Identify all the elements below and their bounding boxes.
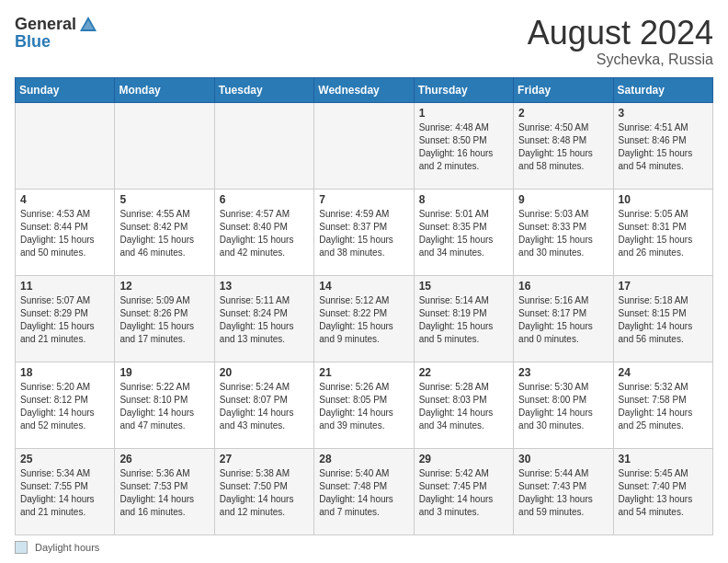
day-number: 4 [20,193,109,206]
day-info: Sunrise: 4:51 AM Sunset: 8:46 PM Dayligh… [619,121,708,173]
day-info: Sunrise: 5:26 AM Sunset: 8:05 PM Dayligh… [319,381,408,432]
calendar-cell: 23Sunrise: 5:30 AM Sunset: 8:00 PM Dayli… [514,362,613,448]
daylight-label: Daylight hours [35,542,99,553]
logo: General Blue [15,15,98,52]
day-info: Sunrise: 4:53 AM Sunset: 8:44 PM Dayligh… [20,208,109,259]
day-number: 31 [619,453,708,465]
day-number: 11 [20,280,109,293]
day-number: 15 [419,280,508,293]
day-number: 16 [518,280,608,293]
calendar-cell: 25Sunrise: 5:34 AM Sunset: 7:55 PM Dayli… [16,448,115,534]
day-number: 6 [220,193,309,206]
calendar-cell: 6Sunrise: 4:57 AM Sunset: 8:40 PM Daylig… [214,189,313,275]
calendar-week-row: 18Sunrise: 5:20 AM Sunset: 8:12 PM Dayli… [16,362,713,448]
day-of-week-header: Wednesday [314,77,414,102]
calendar-cell [314,102,414,189]
header: General Blue August 2024 Sychevka, Russi… [15,15,713,68]
day-info: Sunrise: 5:01 AM Sunset: 8:35 PM Dayligh… [419,208,508,259]
calendar-cell: 19Sunrise: 5:22 AM Sunset: 8:10 PM Dayli… [115,362,214,448]
day-of-week-header: Tuesday [214,77,313,102]
day-number: 2 [518,107,608,120]
calendar-cell: 18Sunrise: 5:20 AM Sunset: 8:12 PM Dayli… [16,362,115,448]
day-info: Sunrise: 5:03 AM Sunset: 8:33 PM Dayligh… [518,208,608,259]
logo-icon [78,15,98,35]
calendar-cell: 17Sunrise: 5:18 AM Sunset: 8:15 PM Dayli… [613,275,712,362]
day-info: Sunrise: 4:55 AM Sunset: 8:42 PM Dayligh… [119,208,209,259]
footer: Daylight hours [15,541,713,554]
day-info: Sunrise: 5:40 AM Sunset: 7:48 PM Dayligh… [319,467,408,519]
day-info: Sunrise: 5:16 AM Sunset: 8:17 PM Dayligh… [518,294,608,346]
day-info: Sunrise: 5:42 AM Sunset: 7:45 PM Dayligh… [419,467,508,519]
calendar-week-row: 1Sunrise: 4:48 AM Sunset: 8:50 PM Daylig… [16,102,713,189]
calendar-cell: 14Sunrise: 5:12 AM Sunset: 8:22 PM Dayli… [314,275,414,362]
day-info: Sunrise: 5:45 AM Sunset: 7:40 PM Dayligh… [619,467,708,519]
day-of-week-header: Friday [514,77,613,102]
day-of-week-header: Saturday [613,77,712,102]
day-of-week-header: Sunday [16,77,115,102]
day-info: Sunrise: 5:20 AM Sunset: 8:12 PM Dayligh… [20,381,109,432]
calendar-week-row: 25Sunrise: 5:34 AM Sunset: 7:55 PM Dayli… [16,448,713,534]
calendar-cell: 26Sunrise: 5:36 AM Sunset: 7:53 PM Dayli… [115,448,214,534]
day-number: 9 [518,193,608,206]
calendar-cell: 16Sunrise: 5:16 AM Sunset: 8:17 PM Dayli… [514,275,613,362]
day-number: 19 [119,366,209,379]
day-info: Sunrise: 5:28 AM Sunset: 8:03 PM Dayligh… [419,381,508,432]
day-info: Sunrise: 5:36 AM Sunset: 7:53 PM Dayligh… [119,467,209,519]
calendar-cell: 21Sunrise: 5:26 AM Sunset: 8:05 PM Dayli… [314,362,414,448]
day-number: 18 [20,366,109,379]
day-number: 29 [419,453,508,465]
day-info: Sunrise: 4:50 AM Sunset: 8:48 PM Dayligh… [518,121,608,173]
day-info: Sunrise: 5:30 AM Sunset: 8:00 PM Dayligh… [518,381,608,432]
page: General Blue August 2024 Sychevka, Russi… [0,0,728,563]
month-title: August 2024 [528,15,713,52]
day-info: Sunrise: 5:44 AM Sunset: 7:43 PM Dayligh… [518,467,608,519]
day-number: 22 [419,366,508,379]
day-info: Sunrise: 4:59 AM Sunset: 8:37 PM Dayligh… [319,208,408,259]
day-number: 3 [619,107,708,120]
calendar-cell: 28Sunrise: 5:40 AM Sunset: 7:48 PM Dayli… [314,448,414,534]
calendar-cell: 8Sunrise: 5:01 AM Sunset: 8:35 PM Daylig… [414,189,513,275]
day-info: Sunrise: 5:34 AM Sunset: 7:55 PM Dayligh… [20,467,109,519]
day-number: 25 [20,453,109,465]
calendar-header-row: SundayMondayTuesdayWednesdayThursdayFrid… [16,77,713,102]
calendar-cell: 22Sunrise: 5:28 AM Sunset: 8:03 PM Dayli… [414,362,513,448]
day-number: 27 [220,453,309,465]
calendar-cell: 10Sunrise: 5:05 AM Sunset: 8:31 PM Dayli… [613,189,712,275]
day-number: 8 [419,193,508,206]
calendar-cell [115,102,214,189]
calendar-cell: 24Sunrise: 5:32 AM Sunset: 7:58 PM Dayli… [613,362,712,448]
day-number: 5 [119,193,209,206]
location-title: Sychevka, Russia [528,52,713,68]
calendar-cell: 12Sunrise: 5:09 AM Sunset: 8:26 PM Dayli… [115,275,214,362]
calendar-cell [16,102,115,189]
day-of-week-header: Monday [115,77,214,102]
day-info: Sunrise: 5:18 AM Sunset: 8:15 PM Dayligh… [619,294,708,346]
calendar-cell: 30Sunrise: 5:44 AM Sunset: 7:43 PM Dayli… [514,448,613,534]
calendar-cell: 20Sunrise: 5:24 AM Sunset: 8:07 PM Dayli… [214,362,313,448]
day-info: Sunrise: 5:11 AM Sunset: 8:24 PM Dayligh… [220,294,309,346]
day-number: 1 [419,107,508,120]
calendar-cell: 2Sunrise: 4:50 AM Sunset: 8:48 PM Daylig… [514,102,613,189]
daylight-box [15,541,28,554]
day-number: 10 [619,193,708,206]
day-info: Sunrise: 5:38 AM Sunset: 7:50 PM Dayligh… [220,467,309,519]
day-number: 7 [319,193,408,206]
logo-general-text: General [15,16,76,34]
day-number: 21 [319,366,408,379]
day-number: 12 [119,280,209,293]
calendar-week-row: 11Sunrise: 5:07 AM Sunset: 8:29 PM Dayli… [16,275,713,362]
calendar-cell: 4Sunrise: 4:53 AM Sunset: 8:44 PM Daylig… [16,189,115,275]
logo-blue-text: Blue [15,33,98,52]
calendar-cell: 31Sunrise: 5:45 AM Sunset: 7:40 PM Dayli… [613,448,712,534]
day-info: Sunrise: 5:07 AM Sunset: 8:29 PM Dayligh… [20,294,109,346]
day-number: 30 [518,453,608,465]
calendar-week-row: 4Sunrise: 4:53 AM Sunset: 8:44 PM Daylig… [16,189,713,275]
calendar-cell: 7Sunrise: 4:59 AM Sunset: 8:37 PM Daylig… [314,189,414,275]
calendar-cell: 1Sunrise: 4:48 AM Sunset: 8:50 PM Daylig… [414,102,513,189]
calendar-table: SundayMondayTuesdayWednesdayThursdayFrid… [15,77,713,535]
day-number: 17 [619,280,708,293]
day-info: Sunrise: 4:48 AM Sunset: 8:50 PM Dayligh… [419,121,508,173]
day-info: Sunrise: 5:12 AM Sunset: 8:22 PM Dayligh… [319,294,408,346]
title-block: August 2024 Sychevka, Russia [528,15,713,68]
day-number: 26 [119,453,209,465]
